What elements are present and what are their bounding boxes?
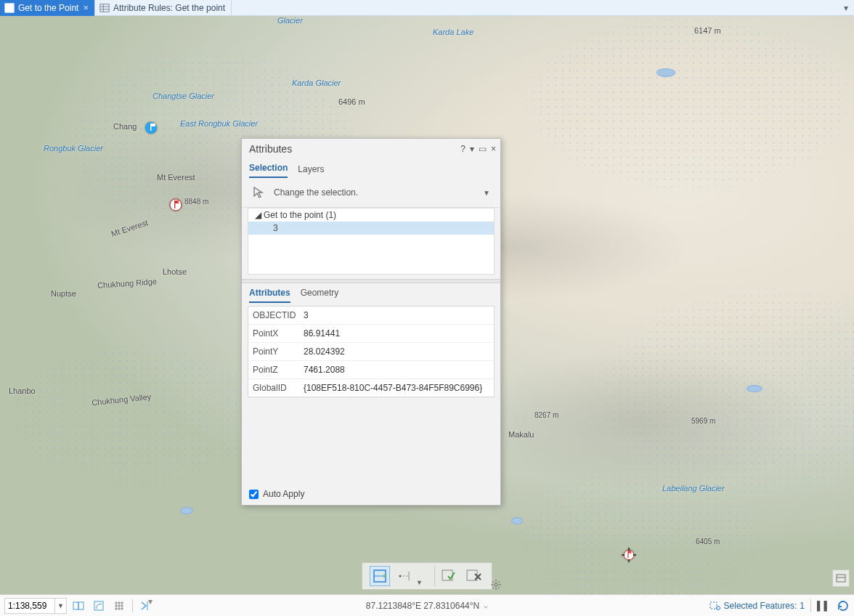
map-elev-label: 8848 m <box>184 198 208 206</box>
lake <box>511 517 523 524</box>
auto-apply-row[interactable]: Auto Apply <box>242 483 500 505</box>
tab-map-label: Get to the Point <box>18 3 78 13</box>
scale-dropdown-icon[interactable]: ▼ <box>54 599 66 613</box>
map-label: East Rongbuk Glacier <box>180 119 258 128</box>
field-key: OBJECTID <box>248 307 299 324</box>
svg-rect-36 <box>94 601 103 610</box>
svg-rect-34 <box>73 602 78 609</box>
map-elev-label: 5969 m <box>691 417 715 425</box>
selected-features-count: 1 <box>800 601 805 611</box>
field-value[interactable]: 7461.2088 <box>299 361 494 378</box>
lake <box>180 507 193 514</box>
map-tab-icon <box>4 3 15 13</box>
map-label: Glacier <box>277 16 303 25</box>
red-flag-icon[interactable] <box>168 198 183 212</box>
finish-sketch-button[interactable] <box>439 566 460 586</box>
tab-attributes[interactable]: Attributes <box>249 288 290 303</box>
field-key: PointZ <box>248 361 299 378</box>
selection-tree[interactable]: ◢Get to the point (1) 3 <box>248 208 495 275</box>
create-point-button[interactable] <box>370 566 390 586</box>
field-value[interactable]: 28.024392 <box>299 343 494 360</box>
selected-features-indicator[interactable]: Selected Features: 1 <box>709 601 805 611</box>
map-scale-input[interactable]: ▼ <box>4 598 67 614</box>
svg-rect-35 <box>78 602 84 609</box>
tree-layer-label: Get to the point (1) <box>264 210 336 220</box>
scale-value[interactable] <box>5 601 54 611</box>
close-icon[interactable]: × <box>83 3 89 12</box>
point-along-button[interactable] <box>394 566 415 586</box>
tab-selection[interactable]: Selection <box>249 163 288 178</box>
map-label: Lhanbo <box>9 386 36 395</box>
linked-extent-button[interactable] <box>70 598 87 614</box>
svg-point-16 <box>383 575 386 578</box>
snapping-button[interactable]: ▾ <box>137 598 155 614</box>
map-elev-label: 6496 m <box>338 97 365 106</box>
svg-line-29 <box>498 587 500 588</box>
pause-drawing-button[interactable]: ▌▌ <box>817 601 831 611</box>
table-row[interactable]: PointZ7461.2088 <box>248 361 494 379</box>
svg-point-23 <box>495 583 497 586</box>
map-view-options-button[interactable] <box>832 570 850 587</box>
red-flag-selected-icon[interactable] <box>622 548 636 562</box>
tree-feature-label: 3 <box>273 223 278 233</box>
map-label: Makalu <box>508 430 534 439</box>
tabs-overflow-dropdown[interactable]: ▾ <box>838 3 854 13</box>
coordinates-readout: 87.1213848°E 27.8310644°N <box>366 601 479 611</box>
auto-apply-checkbox[interactable] <box>249 490 259 499</box>
table-row[interactable]: OBJECTID3 <box>248 307 494 325</box>
attribute-rules-tab-icon <box>99 3 110 13</box>
lake <box>747 385 762 392</box>
tree-layer-row[interactable]: ◢Get to the point (1) <box>248 208 494 222</box>
coords-dropdown-icon[interactable]: ⌵ <box>484 601 488 609</box>
tab-rules-label: Attribute Rules: Get the point <box>113 3 225 13</box>
table-row[interactable]: PointY28.024392 <box>248 343 494 361</box>
tab-geometry[interactable]: Geometry <box>301 288 339 303</box>
table-row[interactable]: PointX86.91441 <box>248 325 494 343</box>
svg-line-31 <box>492 587 494 588</box>
field-key: PointY <box>248 343 299 360</box>
tool-dropdown-icon[interactable]: ▼ <box>416 579 423 586</box>
selection-icon <box>709 601 721 611</box>
lake <box>656 68 675 77</box>
refresh-button[interactable] <box>837 599 850 612</box>
tab-map-active[interactable]: Get to the Point × <box>0 0 95 16</box>
grid-button[interactable] <box>110 598 128 614</box>
svg-rect-45 <box>710 602 717 609</box>
table-row[interactable]: GlobalID{108EF518-810C-4457-B473-84F5F89… <box>248 379 494 397</box>
field-value[interactable]: 3 <box>299 307 494 324</box>
attributes-panel-header[interactable]: Attributes ? ▾ ▭ × <box>242 139 500 159</box>
discard-sketch-button[interactable] <box>464 566 484 586</box>
menu-dropdown-icon[interactable]: ▾ <box>470 144 474 154</box>
map-label: Labeilang Glacier <box>662 484 725 493</box>
map-elev-label: 6405 m <box>696 538 720 546</box>
tree-feature-row-selected[interactable]: 3 <box>248 222 494 235</box>
divider <box>810 599 811 612</box>
map-label: Karda Glacier <box>292 78 341 87</box>
svg-line-30 <box>498 581 500 583</box>
field-value[interactable]: {108EF518-810C-4457-B473-84F5F89C6996} <box>299 379 494 397</box>
map-label: Nuptse <box>51 289 76 298</box>
map-elev-label: 8267 m <box>534 411 558 419</box>
status-bar: ▼ ▾ 87.1213848°E 27.8310644°N ⌵ Selected… <box>0 594 854 616</box>
toolbar-options-gear-icon[interactable] <box>490 579 502 591</box>
map-view[interactable]: Glacier Karda Lake Karda Glacier 6147 m … <box>0 16 854 594</box>
map-label: Mt Everest <box>157 173 195 182</box>
maximize-icon[interactable]: ▭ <box>479 144 487 154</box>
rotation-button[interactable] <box>90 598 107 614</box>
select-cursor-icon[interactable] <box>252 185 268 200</box>
attributes-grid: OBJECTID3 PointX86.91441 PointY28.024392… <box>248 306 495 397</box>
field-value[interactable]: 86.91441 <box>299 325 494 342</box>
close-icon[interactable]: × <box>491 144 496 154</box>
blue-placemark-icon[interactable] <box>144 121 158 135</box>
help-icon[interactable]: ? <box>460 144 465 154</box>
tab-layers[interactable]: Layers <box>298 164 324 178</box>
change-selection-dropdown[interactable]: ▼ <box>483 189 490 197</box>
map-label: Lhotse <box>163 267 187 276</box>
attributes-panel: Attributes ? ▾ ▭ × Selection Layers Chan… <box>241 138 501 506</box>
svg-line-28 <box>492 581 494 583</box>
map-label: Chang <box>113 122 137 131</box>
field-key: GlobalID <box>248 379 299 397</box>
divider <box>132 599 133 612</box>
tab-attribute-rules[interactable]: Attribute Rules: Get the point <box>95 0 232 16</box>
change-selection-label: Change the selection. <box>274 187 358 198</box>
